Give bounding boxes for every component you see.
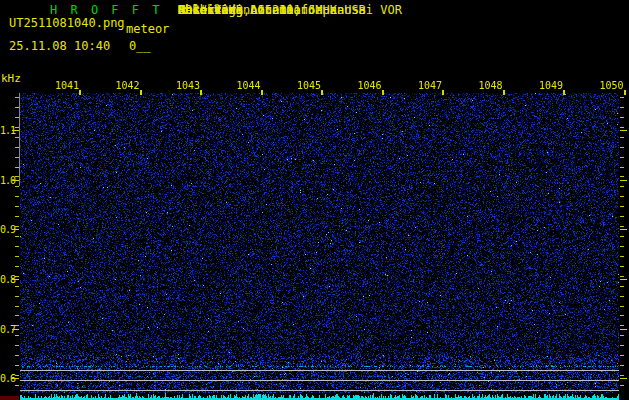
x-tick-label: 1049 [536,80,566,91]
observation-datetime: 25.11.08 10:40 [9,39,110,53]
y-axis-line [19,93,20,186]
hrofft-screen: H R O F F T UT2511081040.png meteor 25.1… [0,0,629,400]
y-axis-unit-label: kHz [1,72,21,85]
y-major-tick-left [12,229,19,230]
x-tick [140,90,142,95]
x-tick-label: 1048 [476,80,506,91]
y-major-tick-right [620,229,627,230]
x-tick-label: 1042 [113,80,143,91]
x-tick-label: 1050 [597,80,627,91]
x-tick [442,90,444,95]
right-minor-ticks [620,97,624,393]
x-tick-label: 1043 [173,80,203,91]
mode-label: meteor [126,22,169,36]
x-tick-label: 1041 [52,80,82,91]
level-legend-bar [0,396,19,400]
output-filename: UT2511081040.png [9,16,125,30]
y-major-tick-left [12,329,19,330]
y-major-tick-left [12,130,19,131]
x-tick [321,90,323,95]
app-title: H R O F F T [50,3,162,17]
x-tick [200,90,202,95]
x-tick-label: 1047 [415,80,445,91]
left-minor-ticks [15,97,19,393]
y-major-tick-right [620,378,627,379]
y-major-tick-left [12,279,19,280]
y-major-tick-right [620,279,627,280]
x-tick [563,90,565,95]
x-tick-label: 1046 [355,80,385,91]
y-major-tick-right [620,180,627,181]
x-tick-label: 1044 [234,80,264,91]
echo-counter: 0__ [129,39,151,53]
x-tick [382,90,384,95]
y-major-tick-left [12,378,19,379]
y-major-tick-right [620,329,627,330]
y-major-tick-left [12,180,19,181]
x-tick-label: 1045 [294,80,324,91]
info-value: 4ele Yagi Az 230 for Kansai VOR [178,5,402,16]
spectrogram-plot [20,93,619,400]
spectrogram-canvas [20,93,619,400]
x-tick [79,90,81,95]
x-tick [624,90,626,95]
y-major-tick-right [620,130,627,131]
x-tick [261,90,263,95]
x-tick [503,90,505,95]
